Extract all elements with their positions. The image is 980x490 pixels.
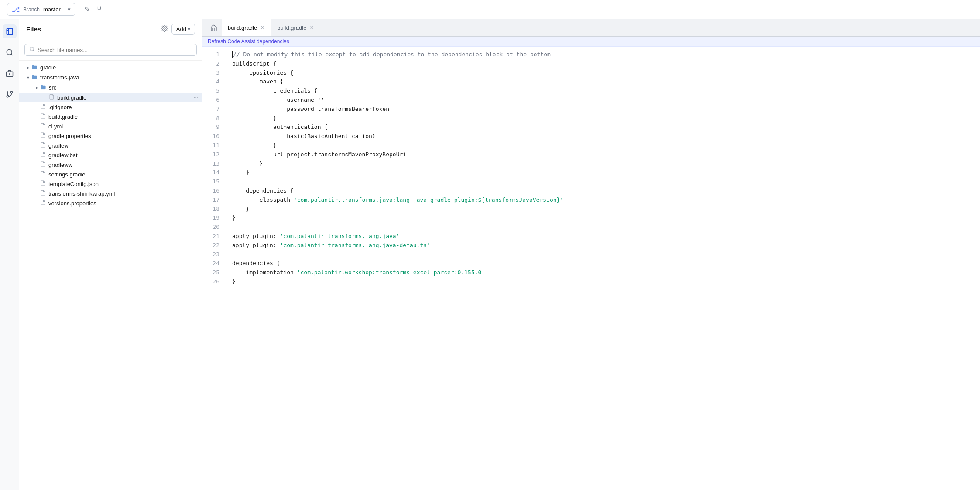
- code-line: basic(BasicAuthentication): [232, 132, 973, 141]
- tree-item-name: ci.yml: [48, 123, 197, 130]
- folder-icon: [31, 74, 38, 81]
- tree-item-build.gradle-outer[interactable]: build.gradle: [19, 112, 202, 121]
- tree-item-name: transforms-shrinkwrap.yml: [48, 190, 197, 197]
- edit-icon[interactable]: ✎: [84, 5, 90, 14]
- search-input[interactable]: [38, 47, 192, 53]
- code-content[interactable]: // Do not modify this file except to add…: [225, 47, 980, 490]
- branch-label: Branch: [23, 7, 40, 13]
- fork-icon[interactable]: ⑂: [97, 5, 102, 14]
- svg-point-7: [10, 91, 13, 93]
- sidebar-item-files[interactable]: [3, 24, 17, 38]
- line-number: 21: [202, 232, 225, 241]
- tab-close-2[interactable]: ✕: [310, 25, 314, 31]
- tree-item-name: templateConfig.json: [48, 181, 197, 187]
- code-line: username '': [232, 96, 973, 105]
- folder-icon: [40, 84, 46, 91]
- file-icon: [40, 200, 46, 207]
- code-line: apply plugin: 'com.palantir.transforms.l…: [232, 232, 973, 241]
- code-line: [232, 250, 973, 259]
- tree-item-transforms-java[interactable]: ▾transforms-java: [19, 72, 202, 83]
- line-number: 23: [202, 250, 225, 259]
- tree-item-name: gradleww: [48, 162, 197, 168]
- tree-item-name: gradle.properties: [48, 133, 197, 139]
- file-icon: [40, 104, 46, 110]
- tree-item-gitignore[interactable]: .gitignore: [19, 102, 202, 112]
- code-line: [232, 223, 973, 232]
- tree-item-gradle[interactable]: ▸gradle: [19, 62, 202, 72]
- line-number: 11: [202, 141, 225, 150]
- code-line: }: [232, 168, 973, 177]
- tree-item-transforms-shrinkwrap.yml[interactable]: transforms-shrinkwrap.yml: [19, 189, 202, 198]
- code-line: buildscript {: [232, 59, 973, 69]
- tab-label-1: build.gradle: [228, 24, 257, 31]
- topbar: ⎇ Branch master ▾ ✎ ⑂: [0, 0, 980, 19]
- code-editor: 1234567891011121314151617181920212223242…: [202, 47, 980, 490]
- settings-icon[interactable]: [161, 25, 168, 34]
- svg-rect-0: [7, 28, 13, 35]
- line-number: 18: [202, 205, 225, 214]
- line-number: 20: [202, 223, 225, 232]
- code-line: }: [232, 159, 973, 169]
- code-line: }: [232, 205, 973, 214]
- tree-item-versions.properties[interactable]: versions.properties: [19, 198, 202, 208]
- file-icon: [40, 142, 46, 149]
- tree-item-src[interactable]: ▸src: [19, 83, 202, 93]
- line-number: 19: [202, 214, 225, 223]
- tab-close-1[interactable]: ✕: [260, 25, 264, 31]
- line-number: 5: [202, 86, 225, 96]
- tree-item-name: src: [49, 84, 197, 91]
- branch-chevron-icon: ▾: [68, 6, 71, 13]
- add-button[interactable]: Add ▾: [171, 24, 195, 35]
- code-line: credentials {: [232, 86, 973, 96]
- line-number: 10: [202, 132, 225, 141]
- line-number: 4: [202, 77, 225, 86]
- line-number: 24: [202, 259, 225, 268]
- search-icon: [29, 46, 35, 53]
- branch-selector[interactable]: ⎇ Branch master ▾: [7, 3, 75, 16]
- code-line: }: [232, 114, 973, 123]
- line-number: 22: [202, 241, 225, 250]
- tree-item-templateConfig.json[interactable]: templateConfig.json: [19, 179, 202, 189]
- code-assist-banner[interactable]: Refresh Code Assist dependencies: [202, 37, 980, 47]
- sidebar-item-branches[interactable]: [3, 87, 17, 101]
- tree-item-ci.yml[interactable]: ci.yml: [19, 121, 202, 131]
- sidebar-item-packages[interactable]: [3, 66, 17, 80]
- file-icon: [40, 190, 46, 197]
- tree-item-gradlew[interactable]: gradlew: [19, 141, 202, 150]
- code-line: }: [232, 277, 973, 286]
- line-number: 17: [202, 196, 225, 205]
- file-icon: [40, 113, 46, 120]
- file-panel: Files Add ▾ ▸gradle▾transforms-java▸srcb…: [19, 19, 202, 490]
- file-panel-header: Files Add ▾: [19, 19, 202, 39]
- line-number: 3: [202, 69, 225, 78]
- tree-item-build.gradle-inner[interactable]: build.gradle···: [19, 93, 202, 102]
- line-number: 25: [202, 268, 225, 277]
- sidebar-item-search[interactable]: [3, 45, 17, 59]
- code-line: [232, 177, 973, 186]
- tree-item-settings.gradle[interactable]: settings.gradle: [19, 169, 202, 179]
- tab-build-gradle-1[interactable]: build.gradle ✕: [222, 19, 271, 36]
- line-number: 13: [202, 159, 225, 169]
- tree-item-gradle.properties[interactable]: gradle.properties: [19, 131, 202, 141]
- file-icon: [40, 161, 46, 168]
- tree-item-more-icon[interactable]: ···: [193, 94, 199, 101]
- tree-item-name: build.gradle: [48, 114, 197, 120]
- tree-item-name: gradlew: [48, 142, 197, 149]
- tab-build-gradle-2[interactable]: build.gradle ✕: [271, 19, 320, 36]
- file-icon: [40, 180, 46, 187]
- code-line: dependencies {: [232, 259, 973, 268]
- file-icon: [40, 123, 46, 130]
- home-button[interactable]: [206, 19, 222, 36]
- code-line: dependencies {: [232, 186, 973, 196]
- line-number: 2: [202, 59, 225, 69]
- file-panel-actions: Add ▾: [161, 24, 195, 35]
- tree-item-gradlew.bat[interactable]: gradlew.bat: [19, 150, 202, 160]
- sidebar-icon-panel: [0, 19, 19, 490]
- tree-item-name: transforms-java: [40, 74, 197, 81]
- tree-item-name: settings.gradle: [48, 171, 197, 178]
- tree-item-gradleww[interactable]: gradleww: [19, 160, 202, 169]
- svg-point-9: [164, 28, 165, 29]
- line-number: 9: [202, 123, 225, 132]
- code-line: apply plugin: 'com.palantir.transforms.l…: [232, 241, 973, 250]
- svg-point-8: [7, 95, 9, 97]
